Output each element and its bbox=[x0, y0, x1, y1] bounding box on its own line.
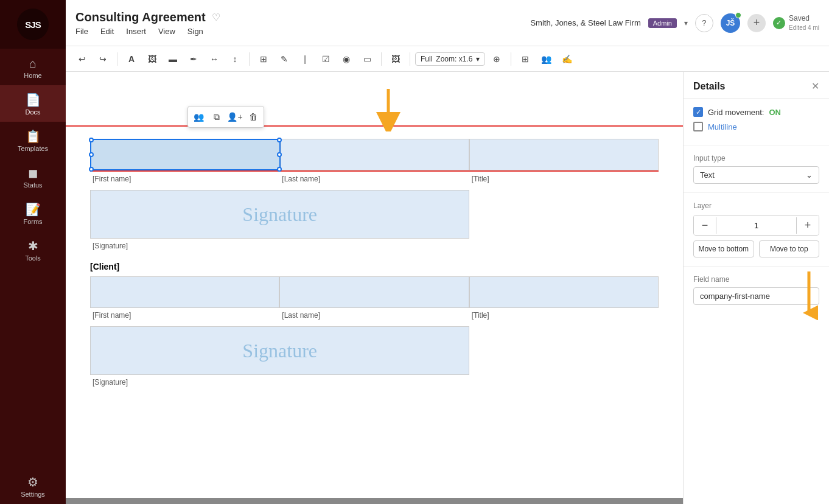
grid-movement-row: ✓ Grid movement: ON bbox=[693, 107, 819, 117]
signature-text-1: Signature bbox=[242, 203, 317, 226]
sidebar-item-templates[interactable]: 📋 Templates bbox=[0, 122, 66, 158]
undo-button[interactable]: ↩ bbox=[73, 50, 91, 68]
resize-handle-tr[interactable] bbox=[277, 138, 282, 142]
resize-handle-mr[interactable] bbox=[277, 152, 282, 157]
grid-movement-label: Grid movement: bbox=[708, 108, 764, 117]
menu-view[interactable]: View bbox=[158, 27, 175, 36]
table-tool-button[interactable]: ⊞ bbox=[516, 50, 534, 68]
doc-canvas[interactable]: 👥 ⧉ 👤+ 🗑 bbox=[66, 72, 683, 504]
checkbox-tool-button[interactable]: ☑ bbox=[317, 50, 335, 68]
multiline-checkbox[interactable] bbox=[693, 122, 703, 131]
radio-tool-button[interactable]: ◉ bbox=[337, 50, 355, 68]
main-area: Consulting Agreement ♡ File Edit Insert … bbox=[66, 0, 829, 504]
menu-edit[interactable]: Edit bbox=[100, 27, 114, 36]
app-logo[interactable]: SJS bbox=[17, 9, 49, 40]
header-menu: File Edit Insert View Sign bbox=[75, 27, 220, 36]
favorite-icon[interactable]: ♡ bbox=[212, 12, 220, 23]
field-assign-btn[interactable]: 👤+ bbox=[226, 108, 243, 125]
title-field[interactable] bbox=[469, 139, 659, 170]
sidebar-item-docs[interactable]: 📄 Docs bbox=[0, 85, 66, 122]
field-cells-row-2 bbox=[90, 276, 659, 308]
move-buttons: Move to bottom Move to top bbox=[693, 240, 819, 257]
right-panel: Details ✕ ✓ Grid movement: ON Multiline … bbox=[683, 72, 829, 504]
title-label-2: [Title] bbox=[469, 308, 659, 321]
field-delete-btn[interactable]: 🗑 bbox=[245, 108, 262, 125]
first-name-field-2[interactable] bbox=[90, 276, 279, 308]
menu-insert[interactable]: Insert bbox=[126, 27, 146, 36]
resize-handle-bl[interactable] bbox=[89, 167, 94, 172]
forms-icon: 📝 bbox=[26, 203, 41, 215]
zoom-control[interactable]: Full Zoom: x1.6 ▾ bbox=[415, 52, 485, 66]
multiline-row: Multiline bbox=[693, 122, 819, 131]
resize-handle-br[interactable] bbox=[277, 167, 282, 172]
sign-tool-button[interactable]: ✍ bbox=[558, 50, 576, 68]
layer-increase-button[interactable]: + bbox=[797, 215, 819, 235]
layer-decrease-button[interactable]: − bbox=[694, 215, 716, 235]
sidebar-item-settings[interactable]: ⚙ Settings bbox=[0, 467, 66, 504]
signature-field-1[interactable]: Signature bbox=[90, 190, 469, 239]
field-toolbar-popup: 👥 ⧉ 👤+ 🗑 bbox=[187, 106, 264, 128]
title-field-2[interactable] bbox=[469, 276, 659, 308]
status-icon: ◼ bbox=[28, 167, 38, 179]
add-button[interactable]: + bbox=[747, 14, 766, 32]
layer-value: 1 bbox=[716, 217, 797, 234]
resize-handle-tl[interactable] bbox=[89, 138, 94, 142]
sidebar-item-status[interactable]: ◼ Status bbox=[0, 158, 66, 195]
sidebar-item-tools[interactable]: ✱ Tools bbox=[0, 231, 66, 268]
image-tool-button[interactable]: 🖼 bbox=[143, 50, 161, 68]
signature-label-2: [Signature] bbox=[90, 375, 659, 388]
sidebar-logo: SJS bbox=[0, 0, 66, 49]
media-tool-button[interactable]: 🖼 bbox=[387, 50, 405, 68]
menu-sign[interactable]: Sign bbox=[187, 27, 203, 36]
redo-button[interactable]: ↪ bbox=[94, 50, 112, 68]
panel-input-type-section: Input type Text ⌄ bbox=[684, 145, 829, 193]
last-name-field-2[interactable] bbox=[279, 276, 469, 308]
last-name-field[interactable] bbox=[281, 139, 470, 170]
first-name-field-active[interactable] bbox=[90, 139, 281, 170]
doc-title: Consulting Agreement bbox=[75, 10, 206, 24]
dropdown-arrow[interactable]: ▾ bbox=[684, 19, 688, 27]
admin-badge: Admin bbox=[648, 18, 677, 28]
sidebar-item-label: Settings bbox=[21, 491, 45, 498]
zoom-value: Zoom: x1.6 bbox=[436, 55, 472, 63]
grid-tool-button[interactable]: ⊕ bbox=[488, 50, 506, 68]
menu-file[interactable]: File bbox=[75, 27, 88, 36]
multiline-label: Multiline bbox=[708, 122, 737, 131]
grid-movement-checkbox[interactable]: ✓ bbox=[693, 107, 703, 117]
field-name-input[interactable] bbox=[693, 287, 819, 305]
move-to-top-button[interactable]: Move to top bbox=[759, 240, 820, 257]
signature-spacer bbox=[469, 190, 659, 239]
move-to-bottom-button[interactable]: Move to bottom bbox=[693, 240, 754, 257]
input-type-select[interactable]: Text ⌄ bbox=[693, 166, 819, 184]
signature-row-1: Signature [Signature] bbox=[90, 190, 659, 252]
resize-handle-ml[interactable] bbox=[89, 152, 94, 157]
avatar-online-dot bbox=[735, 12, 741, 18]
signature-field-2[interactable]: Signature bbox=[90, 326, 469, 375]
pen-tool-button[interactable]: ✒ bbox=[184, 50, 203, 68]
cursor-tool-button[interactable]: | bbox=[296, 50, 314, 68]
sidebar-item-forms[interactable]: 📝 Forms bbox=[0, 195, 66, 231]
arrow-tool-button[interactable]: ↔ bbox=[205, 50, 223, 68]
first-name-label-2: [First name] bbox=[90, 308, 279, 321]
header-top: Consulting Agreement ♡ File Edit Insert … bbox=[75, 10, 819, 36]
header-left: Consulting Agreement ♡ File Edit Insert … bbox=[75, 10, 220, 36]
field-add-user-btn[interactable]: 👥 bbox=[190, 108, 207, 125]
panel-layer-section: Layer − 1 + Move to bottom Move to top bbox=[684, 193, 829, 267]
collab-tool-button[interactable]: 👥 bbox=[537, 50, 555, 68]
edit-tool-button[interactable]: ✎ bbox=[275, 50, 293, 68]
field-tool-button[interactable]: ⊞ bbox=[254, 50, 273, 68]
grid-movement-value: ON bbox=[769, 108, 781, 117]
field-labels-row-2: [First name] [Last name] [Title] bbox=[90, 308, 659, 321]
sidebar-item-home[interactable]: ⌂ Home bbox=[0, 49, 66, 85]
layer-controls: − 1 + bbox=[693, 215, 819, 236]
field-copy-btn[interactable]: ⧉ bbox=[208, 108, 225, 125]
shape-tool-button[interactable]: ▬ bbox=[164, 50, 182, 68]
resize-tool-button[interactable]: ↕ bbox=[226, 50, 244, 68]
rect-tool-button[interactable]: ▭ bbox=[358, 50, 376, 68]
user-avatar[interactable]: JŠ bbox=[721, 13, 740, 33]
help-button[interactable]: ? bbox=[695, 14, 713, 32]
field-row-2: [First name] [Last name] [Title] bbox=[90, 276, 659, 321]
input-type-value: Text bbox=[700, 170, 715, 180]
panel-close-button[interactable]: ✕ bbox=[811, 80, 819, 92]
text-tool-button[interactable]: A bbox=[122, 50, 141, 68]
